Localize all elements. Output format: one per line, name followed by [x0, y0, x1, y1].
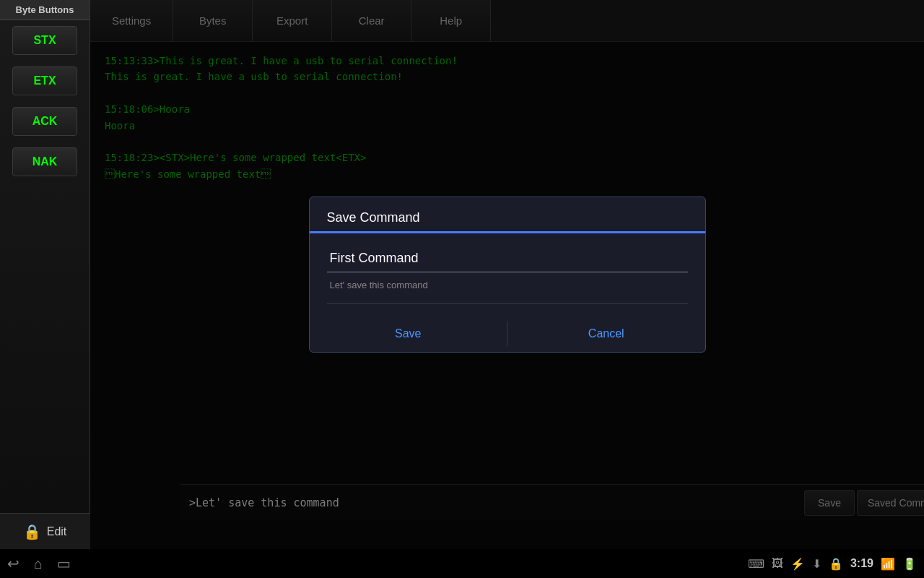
save-command-dialog: Save Command Let' save this command Save…	[309, 197, 706, 353]
back-icon[interactable]: ↩	[7, 555, 19, 572]
keyboard-icon: ⌨	[748, 557, 764, 571]
home-icon[interactable]: ⌂	[34, 556, 43, 572]
modal-cancel-button[interactable]: Cancel	[507, 316, 705, 352]
etx-button[interactable]: ETX	[12, 66, 77, 95]
download-icon: ⬇	[812, 557, 821, 571]
image-icon: 🖼	[772, 557, 783, 570]
usb-icon: ⚡	[790, 557, 805, 571]
nak-button[interactable]: NAK	[12, 147, 77, 176]
sys-right-area: ⌨ 🖼 ⚡ ⬇ 🔒 3:19 📶 🔋	[748, 557, 917, 571]
modal-save-button[interactable]: Save	[310, 316, 507, 352]
modal-hint: Let' save this command	[327, 278, 688, 292]
main-area: Settings Bytes Export Clear Help 15:13:3…	[90, 0, 924, 549]
lock-sys-icon: 🔒	[829, 557, 843, 571]
edit-label: Edit	[47, 525, 67, 538]
command-name-input[interactable]	[327, 245, 688, 272]
recents-icon[interactable]: ▭	[57, 555, 71, 572]
lock-icon: 🔒	[23, 523, 41, 540]
system-bar: ↩ ⌂ ▭ ⌨ 🖼 ⚡ ⬇ 🔒 3:19 📶 🔋	[0, 549, 924, 578]
modal-body: Let' save this command	[310, 245, 705, 316]
wifi-icon: 📶	[881, 557, 895, 571]
modal-title: Save Command	[310, 197, 705, 231]
sys-left-icons: ↩ ⌂ ▭	[7, 555, 71, 572]
modal-divider	[327, 303, 688, 304]
modal-overlay: Save Command Let' save this command Save…	[90, 0, 924, 549]
stx-button[interactable]: STX	[12, 26, 77, 55]
sidebar: Byte Buttons STX ETX ACK NAK 🔒 Edit	[0, 0, 90, 549]
modal-buttons: Save Cancel	[310, 316, 705, 352]
system-time: 3:19	[850, 557, 873, 570]
edit-button[interactable]: 🔒 Edit	[0, 513, 90, 549]
ack-button[interactable]: ACK	[12, 107, 77, 136]
modal-blue-divider	[310, 231, 705, 233]
battery-icon: 🔋	[902, 557, 917, 571]
sidebar-title: Byte Buttons	[0, 0, 90, 20]
